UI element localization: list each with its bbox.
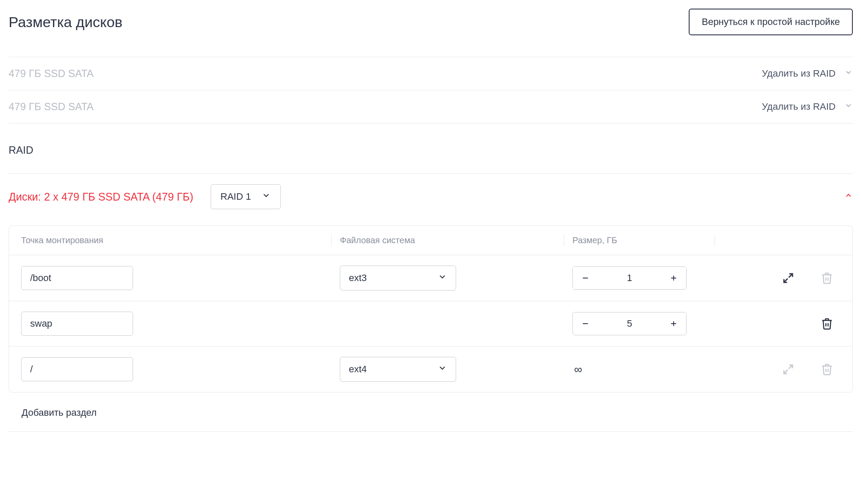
col-fs: Файловая система	[340, 235, 572, 245]
delete-icon	[821, 363, 833, 376]
add-partition-button[interactable]: Добавить раздел	[22, 407, 96, 418]
filesystem-value: ext4	[349, 364, 367, 375]
partition-row: 5	[9, 301, 852, 346]
disk-row[interactable]: 479 ГБ SSD SATAУдалить из RAID	[9, 57, 853, 90]
page-title: Разметка дисков	[9, 14, 122, 31]
filesystem-value: ext3	[349, 272, 367, 284]
disk-row[interactable]: 479 ГБ SSD SATAУдалить из RAID	[9, 90, 853, 124]
size-stepper: 1	[572, 266, 687, 290]
chevron-down-icon	[844, 101, 853, 112]
back-to-simple-button[interactable]: Вернуться к простой настройке	[689, 9, 853, 35]
remove-from-raid-button[interactable]: Удалить из RAID	[762, 101, 836, 112]
disk-name: 479 ГБ SSD SATA	[9, 101, 93, 113]
mount-point-input[interactable]	[21, 312, 133, 336]
mount-point-input[interactable]	[21, 357, 133, 381]
partition-row: ext31	[9, 255, 852, 301]
raid-level-value: RAID 1	[221, 191, 251, 202]
delete-icon	[821, 272, 833, 284]
col-size: Размер, ГБ	[572, 235, 723, 245]
size-value: 5	[598, 318, 661, 329]
partition-row: ext4∞	[9, 346, 852, 392]
size-stepper: 5	[572, 312, 687, 335]
raid-disks-summary: Диски: 2 x 479 ГБ SSD SATA (479 ГБ)	[9, 191, 193, 203]
remove-from-raid-button[interactable]: Удалить из RAID	[762, 68, 836, 79]
disk-name: 479 ГБ SSD SATA	[9, 68, 93, 80]
increment-button[interactable]	[661, 312, 686, 335]
decrement-button[interactable]	[573, 312, 598, 335]
chevron-down-icon	[438, 272, 447, 284]
chevron-down-icon	[438, 363, 447, 375]
expand-icon[interactable]	[782, 272, 795, 284]
raid-level-select[interactable]: RAID 1	[211, 184, 281, 209]
partitions-table: Точка монтирования Файловая система Разм…	[9, 226, 853, 393]
delete-icon[interactable]	[821, 317, 833, 330]
expand-icon	[782, 363, 795, 376]
chevron-down-icon	[844, 68, 853, 79]
size-value: 1	[598, 272, 661, 284]
decrement-button[interactable]	[573, 267, 598, 289]
filesystem-select[interactable]: ext3	[340, 266, 456, 291]
chevron-down-icon	[261, 191, 271, 203]
increment-button[interactable]	[661, 267, 686, 289]
size-infinity: ∞	[572, 363, 582, 376]
filesystem-select[interactable]: ext4	[340, 357, 456, 382]
collapse-raid-icon[interactable]	[844, 191, 853, 202]
raid-section-label: RAID	[9, 144, 853, 156]
col-mount: Точка монтирования	[21, 235, 340, 245]
mount-point-input[interactable]	[21, 266, 133, 290]
